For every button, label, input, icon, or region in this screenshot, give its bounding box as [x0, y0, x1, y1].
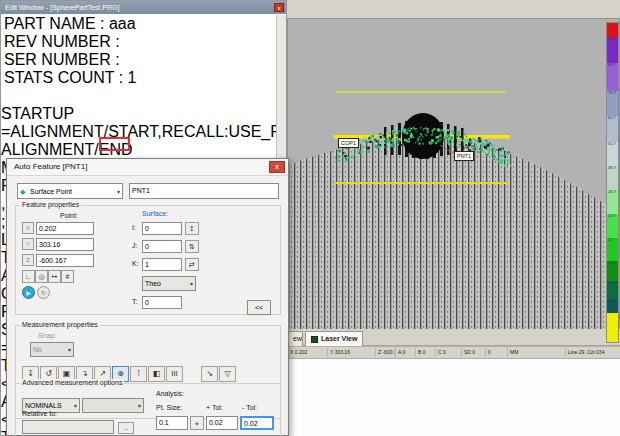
color-scale-segment: 2.7: [607, 238, 618, 262]
reset-button[interactable]: ↻: [37, 286, 50, 299]
status-field: Y 303.16: [327, 348, 375, 357]
clip-line-bottom: [334, 182, 510, 184]
view-tab-bar: ew Laser View: [287, 329, 620, 346]
theo-dropdown[interactable]: Theo ▾: [142, 276, 196, 291]
code-line: PART NAME : aaa: [1, 15, 276, 33]
status-field: A 0: [395, 348, 415, 357]
x-axis-toggle[interactable]: X: [22, 222, 34, 234]
filter-icon[interactable]: ▽: [219, 366, 236, 382]
block-offset-icon[interactable]: ◧: [148, 366, 165, 382]
code-line: STARTUP =ALIGNMENT/START,RECALL:USE_PART…: [1, 105, 276, 141]
chevron-down-icon: ▾: [117, 188, 120, 195]
status-field: SD 0: [461, 348, 485, 357]
relative-to-input[interactable]: [22, 420, 114, 434]
j-value-input[interactable]: 0: [142, 240, 182, 253]
color-scale-value: 62.7: [608, 116, 616, 120]
color-scale-value: 98.7: [608, 37, 616, 41]
point-size-preview-icon[interactable]: ⌖: [190, 416, 204, 430]
chevron-down-icon: ▾: [74, 402, 77, 409]
find-nominal-icon[interactable]: ◎: [35, 270, 48, 283]
status-field: MM: [507, 348, 565, 357]
snap-label: Snap:: [38, 332, 56, 339]
code-line: [1, 87, 276, 105]
status-field: B 0: [415, 348, 435, 357]
code-line-label: STARTUP: [1, 105, 74, 122]
clip-line-top: [336, 91, 506, 93]
color-scale-value: 38.7: [608, 166, 616, 170]
tab-laser-view[interactable]: Laser View: [305, 331, 363, 346]
color-scale-value: 2.7: [608, 238, 614, 242]
color-scale-value: 14.7: [608, 214, 616, 218]
grid-icon[interactable]: #: [61, 270, 74, 283]
browse-button[interactable]: ...: [118, 422, 134, 434]
auto-feature-dialog: Auto Feature [PNT1] x ◆ Surface Point ▾ …: [6, 158, 289, 436]
point-label: Point:: [60, 212, 78, 219]
color-scale-segment: 98.7: [607, 37, 618, 63]
code-line-text: PART NAME : aaa: [1, 15, 136, 32]
edit-window-close-icon[interactable]: x: [274, 3, 284, 12]
k-value-input[interactable]: 1: [142, 258, 182, 271]
level-icon[interactable]: ⊺: [130, 366, 147, 382]
y-axis-toggle[interactable]: Y: [22, 238, 34, 250]
color-scale-segment: 38.7: [607, 166, 618, 190]
color-scale-value: -33.2: [608, 299, 617, 303]
color-scale-segment: -21.2: [607, 281, 618, 299]
t-value-input[interactable]: 0: [142, 296, 182, 309]
y-value-input[interactable]: 303.16: [36, 238, 94, 251]
laser-scan-graphic: [288, 19, 619, 329]
feature-type-dropdown[interactable]: ◆ Surface Point ▾: [17, 183, 123, 199]
secondary-mode-dropdown[interactable]: ▾: [82, 398, 144, 413]
chevron-down-icon: ▾: [138, 402, 141, 409]
code-line: SER NUMBER :: [1, 51, 276, 69]
flip-vector-icon[interactable]: ↥: [185, 222, 199, 235]
dome-point-cloud: [288, 137, 619, 329]
analysis-label: Analysis:: [156, 390, 184, 397]
code-line-text: REV NUMBER :: [1, 33, 120, 50]
z-value-input[interactable]: -600.167: [36, 254, 94, 267]
color-scale-segment: 50.7: [607, 142, 618, 166]
color-scale-segment: 26.7: [607, 190, 618, 214]
code-line-text: SER NUMBER :: [1, 51, 120, 68]
dialog-close-icon[interactable]: x: [269, 161, 285, 173]
relative-to-label: Relative to:: [22, 410, 57, 417]
code-line: STATS COUNT : 1: [1, 69, 276, 87]
color-scale-value: 86.7: [608, 63, 616, 67]
status-field: Line 29, Col 034: [565, 348, 606, 357]
t-label: T:: [132, 298, 137, 305]
i-value-input[interactable]: 0: [142, 222, 182, 235]
minus-tol-input[interactable]: 0.02: [240, 416, 274, 430]
pt-size-label: Pt. Size:: [156, 404, 182, 411]
code-line-text: [1, 87, 4, 104]
status-field: X 0.202: [287, 348, 327, 357]
x-value-input[interactable]: 0.202: [36, 222, 94, 235]
pnt1-flag-label[interactable]: PNT1: [454, 151, 474, 161]
tab-hidden-view[interactable]: ew: [287, 331, 303, 346]
vertical-axis-icon[interactable]: ⇅: [185, 240, 199, 253]
execute-button[interactable]: ▶: [22, 286, 35, 299]
horizontal-axis-icon[interactable]: ⇄: [185, 258, 199, 271]
pt-size-input[interactable]: 0.1: [156, 416, 188, 430]
feature-properties-group: Feature properties Point: Surface: X 0.2…: [15, 205, 281, 315]
feature-name-input[interactable]: PNT1: [129, 183, 279, 199]
diagonal-vector-icon[interactable]: ↘: [201, 366, 218, 382]
color-scale-value: -9.2: [608, 261, 615, 265]
dialog-title: Auto Feature [PNT1]: [7, 159, 288, 176]
color-scale-value: -21.2: [608, 281, 617, 285]
j-label: J:: [132, 242, 137, 249]
color-scale-value: 26.7: [608, 190, 616, 194]
laser-view-tab-icon: [311, 336, 318, 343]
color-scale-segment: 62.7: [607, 116, 618, 142]
plus-tol-input[interactable]: 0.02: [206, 416, 238, 430]
laser-view-canvas[interactable]: COP1 PNT1: [287, 18, 620, 330]
cop1-flag-label[interactable]: COP1: [338, 138, 359, 148]
advanced-options-group: Advanced measurement options NOMINALS ▾ …: [15, 383, 281, 436]
color-scale-segment: 74.7: [607, 91, 618, 117]
snap-dropdown[interactable]: No ▾: [30, 342, 74, 357]
axes-icon[interactable]: ∟: [22, 270, 35, 283]
bars-icon[interactable]: III: [166, 366, 183, 382]
z-axis-toggle[interactable]: Z: [22, 254, 34, 266]
collapse-dialog-button[interactable]: <<: [247, 300, 271, 315]
point-vector-icon[interactable]: ↦: [48, 270, 61, 283]
edit-window-title: Edit Window - [SpherePartTest.PRG]: [1, 1, 286, 14]
code-line: ALIGNMENT/END: [1, 141, 276, 159]
